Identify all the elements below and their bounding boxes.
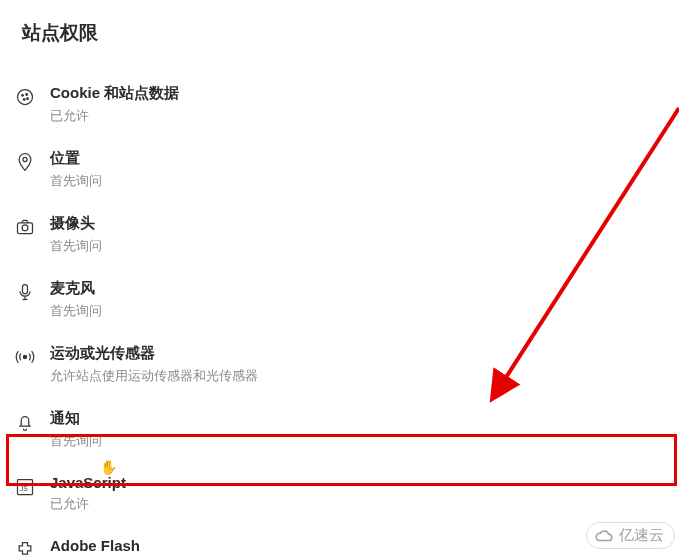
- perm-label: JavaScript: [50, 474, 657, 491]
- watermark-text: 亿速云: [619, 526, 664, 545]
- perm-label: 麦克风: [50, 279, 657, 298]
- svg-rect-8: [23, 285, 28, 294]
- perm-label: Adobe Flash: [50, 537, 657, 554]
- microphone-icon: [14, 281, 36, 303]
- svg-point-1: [22, 95, 24, 97]
- perm-label: 位置: [50, 149, 657, 168]
- perm-label: 摄像头: [50, 214, 657, 233]
- perm-row-flash[interactable]: Adobe Flash 始终阻止 Flash (推荐): [0, 525, 679, 557]
- perm-row-location[interactable]: 位置 首先询问: [0, 137, 679, 202]
- perm-label: 通知: [50, 409, 657, 428]
- location-icon: [14, 151, 36, 173]
- svg-point-4: [27, 98, 29, 100]
- cookie-icon: [14, 86, 36, 108]
- perm-status: 首先询问: [50, 172, 657, 190]
- camera-icon: [14, 216, 36, 238]
- perm-row-microphone[interactable]: 麦克风 首先询问: [0, 267, 679, 332]
- perm-status: 首先询问: [50, 432, 657, 450]
- perm-status: 首先询问: [50, 237, 657, 255]
- perm-status: 已允许: [50, 495, 657, 513]
- extension-icon: [14, 539, 36, 557]
- perm-row-cookies[interactable]: Cookie 和站点数据 已允许: [0, 72, 679, 137]
- perm-status: 允许站点使用运动传感器和光传感器: [50, 367, 657, 385]
- javascript-icon: JS: [14, 476, 36, 498]
- perm-row-camera[interactable]: 摄像头 首先询问: [0, 202, 679, 267]
- svg-point-5: [23, 157, 27, 161]
- svg-point-2: [26, 94, 28, 96]
- perm-label: Cookie 和站点数据: [50, 84, 657, 103]
- perm-label: 运动或光传感器: [50, 344, 657, 363]
- perm-row-notify[interactable]: 通知 首先询问: [0, 397, 679, 462]
- perm-status: 已允许: [50, 107, 657, 125]
- svg-text:JS: JS: [20, 485, 28, 492]
- svg-point-3: [23, 99, 25, 101]
- page-title: 站点权限: [0, 20, 679, 46]
- perm-row-motion[interactable]: 运动或光传感器 允许站点使用运动传感器和光传感器: [0, 332, 679, 397]
- svg-point-7: [22, 225, 28, 231]
- bell-icon: [14, 411, 36, 433]
- perm-row-javascript[interactable]: JS JavaScript 已允许: [0, 462, 679, 525]
- perm-status: 首先询问: [50, 302, 657, 320]
- watermark: 亿速云: [586, 522, 675, 549]
- sensor-icon: [14, 346, 36, 368]
- svg-point-11: [23, 355, 26, 358]
- svg-point-0: [18, 90, 33, 105]
